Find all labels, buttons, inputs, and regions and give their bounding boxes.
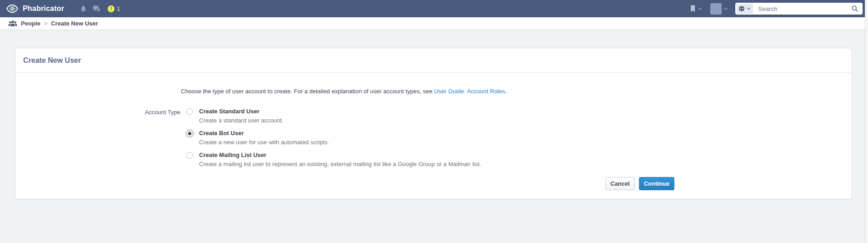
breadcrumb-create-new-user[interactable]: Create New User: [51, 20, 98, 27]
notifications-bell-icon[interactable]: [80, 5, 87, 13]
globe-icon: [738, 5, 745, 12]
page-title: Create New User: [23, 56, 81, 65]
radio-button[interactable]: [186, 108, 193, 115]
instruction-text: Choose the type of user account to creat…: [181, 88, 507, 95]
option-caption: Create a standard user account.: [199, 117, 284, 124]
top-navigation-bar: Phabricator ! 1: [0, 0, 868, 17]
panel-header: Create New User: [15, 48, 852, 73]
radio-button[interactable]: [186, 152, 193, 159]
phabricator-eye-gear-icon: [6, 2, 19, 15]
chevron-down-icon: [723, 7, 728, 10]
radio-option-create-standard-user[interactable]: Create Standard User Create a standard u…: [186, 108, 284, 124]
form-actions: Cancel Continue: [605, 177, 674, 190]
bookmark-icon: [689, 5, 696, 13]
chat-messages-icon[interactable]: [92, 5, 102, 13]
search-scope-dropdown[interactable]: [736, 4, 753, 14]
search-input[interactable]: [754, 5, 851, 12]
radio-option-create-bot-user[interactable]: Create Bot User Create a new user for us…: [186, 130, 329, 146]
chevron-down-icon: [698, 7, 703, 10]
instruction-after: .: [505, 88, 507, 95]
app-name: Phabricator: [23, 5, 64, 13]
breadcrumb-separator: >: [44, 20, 48, 27]
avatar: [710, 3, 722, 15]
option-title: Create Bot User: [199, 130, 329, 137]
alert-count: 1: [117, 5, 120, 12]
account-roles-link[interactable]: User Guide: Account Roles: [434, 88, 505, 95]
breadcrumb-people[interactable]: People: [21, 20, 40, 27]
create-new-user-panel: Create New User Choose the type of user …: [15, 48, 852, 199]
topbar-right-group: [689, 3, 868, 15]
breadcrumb: People > Create New User: [0, 17, 868, 30]
chevron-down-icon: [747, 7, 751, 10]
option-caption: Create a mailing list user to represent …: [199, 161, 481, 167]
create-user-form: Choose the type of user account to creat…: [15, 73, 852, 199]
page-scrollbar[interactable]: [865, 0, 868, 243]
option-caption: Create a new user for use with automated…: [199, 139, 329, 146]
radio-option-create-mailing-list-user[interactable]: Create Mailing List User Create a mailin…: [186, 152, 481, 167]
radio-button[interactable]: [186, 130, 193, 137]
instruction-before: Choose the type of user account to creat…: [181, 88, 434, 95]
cancel-button[interactable]: Cancel: [605, 177, 635, 190]
option-title: Create Mailing List User: [199, 152, 481, 158]
people-group-icon: [8, 20, 17, 27]
continue-button[interactable]: Continue: [639, 177, 674, 190]
account-type-label: Account Type: [70, 109, 180, 116]
user-menu[interactable]: [710, 3, 728, 15]
search-icon[interactable]: [851, 5, 863, 12]
option-title: Create Standard User: [199, 108, 284, 115]
global-search: [735, 3, 863, 15]
exclamation-badge-icon: !: [108, 5, 115, 12]
setup-issues-indicator[interactable]: ! 1: [108, 5, 120, 12]
phabricator-logo[interactable]: Phabricator: [6, 2, 64, 15]
bookmark-menu[interactable]: [689, 5, 703, 13]
